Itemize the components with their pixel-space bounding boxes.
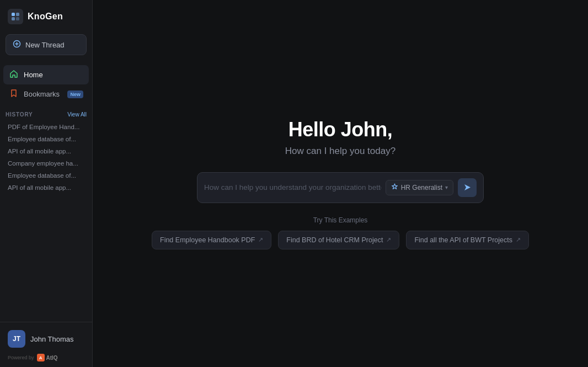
user-name: John Thomas bbox=[30, 335, 74, 343]
search-container: HR Generalist ▾ bbox=[197, 172, 484, 203]
app-name: KnoGen bbox=[28, 12, 63, 22]
new-thread-icon bbox=[13, 40, 21, 50]
history-header: HISTORY View All bbox=[6, 111, 87, 118]
history-item[interactable]: API of all mobile app... bbox=[6, 182, 87, 194]
sidebar-footer: JT John Thomas Powered by A AtlQ bbox=[0, 322, 92, 367]
history-label: HISTORY bbox=[6, 111, 33, 118]
greeting-area: Hello John, How can I help you today? bbox=[285, 118, 395, 157]
home-label: Home bbox=[24, 71, 43, 79]
example-chip-0[interactable]: Find Employee Handbook PDF ↗ bbox=[152, 231, 271, 249]
sidebar-item-home[interactable]: Home bbox=[3, 65, 89, 84]
role-badge[interactable]: HR Generalist ▾ bbox=[386, 180, 453, 195]
history-item[interactable]: Employee database of... bbox=[6, 169, 87, 182]
external-link-icon-2: ↗ bbox=[516, 236, 521, 243]
atliq-icon: A bbox=[37, 354, 45, 361]
search-box: HR Generalist ▾ bbox=[197, 172, 484, 203]
role-badge-label: HR Generalist bbox=[401, 184, 442, 192]
svg-rect-2 bbox=[12, 17, 15, 20]
sidebar-logo: KnoGen bbox=[0, 0, 92, 31]
chevron-down-icon: ▾ bbox=[445, 184, 448, 190]
example-text-2: Find all the API of BWT Projects bbox=[414, 236, 512, 244]
svg-rect-1 bbox=[16, 13, 19, 16]
home-icon bbox=[9, 70, 19, 80]
main-content: Hello John, How can I help you today? HR… bbox=[93, 0, 588, 367]
example-text-1: Find BRD of Hotel CRM Project bbox=[286, 236, 383, 244]
bookmarks-badge: New bbox=[67, 91, 83, 98]
history-item[interactable]: PDF of Employee Hand... bbox=[6, 121, 87, 133]
view-all-link[interactable]: View All bbox=[67, 111, 87, 118]
external-link-icon-0: ↗ bbox=[258, 236, 263, 243]
svg-rect-0 bbox=[12, 13, 15, 16]
atliq-name: AtlQ bbox=[46, 355, 58, 361]
avatar-initials: JT bbox=[13, 335, 20, 343]
examples-label: Try This Examples bbox=[152, 216, 529, 224]
send-button[interactable] bbox=[458, 178, 477, 197]
nav-section: Home Bookmarks New bbox=[0, 63, 92, 106]
atliq-logo: A AtlQ bbox=[37, 354, 58, 361]
search-input[interactable] bbox=[204, 183, 381, 192]
greeting-subtitle: How can I help you today? bbox=[285, 146, 395, 157]
bookmarks-label: Bookmarks bbox=[24, 90, 60, 98]
powered-by-text: Powered by bbox=[8, 355, 34, 360]
example-chip-2[interactable]: Find all the API of BWT Projects ↗ bbox=[406, 231, 529, 249]
svg-rect-3 bbox=[16, 17, 19, 20]
sidebar-item-bookmarks[interactable]: Bookmarks New bbox=[3, 84, 89, 104]
example-text-0: Find Employee Handbook PDF bbox=[160, 236, 255, 244]
sidebar: KnoGen New Thread Home bbox=[0, 0, 93, 367]
examples-section: Try This Examples Find Employee Handbook… bbox=[152, 216, 529, 249]
logo-icon bbox=[8, 9, 23, 24]
powered-by: Powered by A AtlQ bbox=[7, 353, 85, 363]
new-thread-button[interactable]: New Thread bbox=[6, 34, 87, 55]
bookmarks-icon bbox=[9, 89, 19, 99]
example-chip-1[interactable]: Find BRD of Hotel CRM Project ↗ bbox=[278, 231, 399, 249]
examples-row: Find Employee Handbook PDF ↗ Find BRD of… bbox=[152, 231, 529, 249]
history-item[interactable]: Company employee ha... bbox=[6, 157, 87, 169]
history-item[interactable]: API of all mobile app... bbox=[6, 145, 87, 157]
user-row[interactable]: JT John Thomas bbox=[7, 328, 85, 350]
new-thread-label: New Thread bbox=[25, 41, 65, 49]
history-section: HISTORY View All PDF of Employee Hand...… bbox=[0, 106, 92, 322]
star-icon bbox=[391, 183, 398, 192]
history-item[interactable]: Employee database of... bbox=[6, 133, 87, 145]
external-link-icon-1: ↗ bbox=[386, 236, 391, 243]
avatar: JT bbox=[8, 330, 25, 348]
greeting-title: Hello John, bbox=[285, 118, 395, 141]
